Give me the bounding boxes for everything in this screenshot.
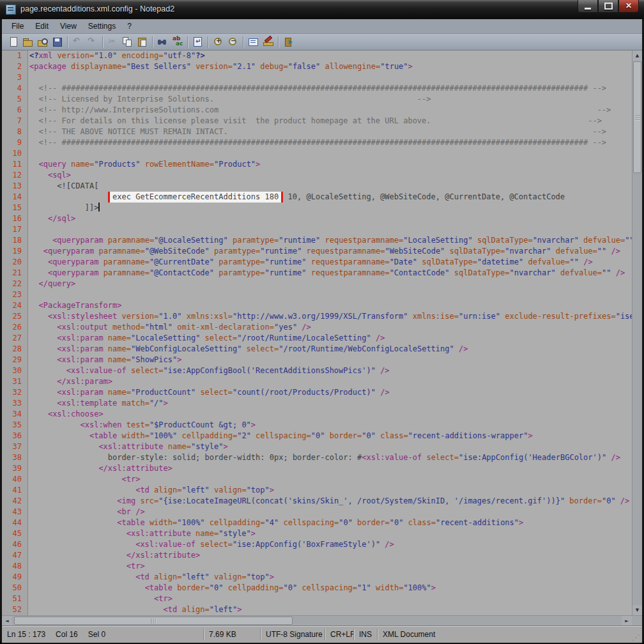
- line-number[interactable]: 50: [2, 583, 28, 594]
- line-number[interactable]: 29: [2, 355, 28, 365]
- line-number[interactable]: 39: [2, 463, 28, 474]
- line-number[interactable]: 10: [2, 148, 28, 159]
- resize-grip[interactable]: ⋰: [632, 633, 640, 641]
- horizontal-scroll-track[interactable]: [12, 616, 622, 625]
- syntax-token: [224, 583, 228, 592]
- code-line: 44 <table width="100%" cellpadding="4" c…: [2, 518, 632, 528]
- vertical-scroll-thumb[interactable]: [633, 61, 641, 173]
- line-number[interactable]: 23: [2, 289, 28, 300]
- replace-button[interactable]: [170, 35, 185, 49]
- line-number[interactable]: 40: [2, 474, 28, 485]
- menu-item-edit[interactable]: Edit: [29, 20, 54, 33]
- scroll-left-arrow[interactable]: ◄: [2, 616, 12, 625]
- line-number[interactable]: 21: [2, 268, 28, 279]
- line-number[interactable]: 28: [2, 344, 28, 355]
- text-editor[interactable]: 1<?xml version="1.0" encoding="utf-8"?>2…: [2, 50, 632, 615]
- paste-button[interactable]: [135, 35, 150, 49]
- line-number[interactable]: 3: [2, 72, 28, 83]
- line-number[interactable]: 15: [2, 203, 28, 213]
- line-number[interactable]: 45: [2, 528, 28, 539]
- line-number[interactable]: 20: [2, 257, 28, 268]
- line-number[interactable]: 35: [2, 420, 28, 431]
- word-wrap-button[interactable]: [190, 35, 205, 49]
- line-number[interactable]: 38: [2, 452, 28, 463]
- menu-item-[interactable]: ?: [121, 20, 137, 33]
- exit-button[interactable]: [281, 35, 296, 49]
- syntax-scheme-button[interactable]: [246, 35, 261, 49]
- line-number[interactable]: 52: [2, 604, 28, 615]
- line-number[interactable]: 31: [2, 376, 28, 387]
- line-number[interactable]: 17: [2, 224, 28, 235]
- line-number[interactable]: 25: [2, 311, 28, 322]
- line-number[interactable]: 26: [2, 322, 28, 333]
- line-number[interactable]: 42: [2, 496, 28, 507]
- code-text: <xsl:param name="ProductCount" select="c…: [28, 387, 632, 398]
- syntax-token: [371, 334, 376, 342]
- scroll-right-arrow[interactable]: ►: [622, 616, 632, 625]
- line-ending-cell: CR+LF: [325, 629, 354, 640]
- line-number[interactable]: 33: [2, 398, 28, 409]
- zoom-out-button[interactable]: [226, 35, 240, 49]
- line-number[interactable]: 11: [2, 159, 28, 170]
- zoom-in-button[interactable]: [211, 35, 226, 49]
- minimize-button[interactable]: [578, 0, 598, 13]
- line-number[interactable]: 1: [2, 50, 28, 61]
- line-number[interactable]: 2: [2, 61, 28, 72]
- redo-button[interactable]: [85, 35, 100, 49]
- line-number[interactable]: 12: [2, 170, 28, 181]
- save-button[interactable]: [50, 35, 65, 49]
- code-text: <img src="{ise:LocateImageURL(concat('sk…: [28, 496, 632, 507]
- customize-schemes-button[interactable]: [261, 35, 275, 49]
- title-bar[interactable]: page.recentadditions.xml.config - Notepa…: [0, 0, 644, 19]
- horizontal-scroll-thumb[interactable]: [14, 617, 293, 625]
- line-number[interactable]: 34: [2, 409, 28, 420]
- menu-item-view[interactable]: View: [54, 20, 82, 33]
- syntax-token: >: [256, 160, 260, 169]
- line-number[interactable]: 24: [2, 300, 28, 311]
- line-number[interactable]: 49: [2, 572, 28, 583]
- line-number[interactable]: 36: [2, 431, 28, 441]
- line-number[interactable]: 6: [2, 105, 28, 116]
- copy-button[interactable]: [120, 35, 135, 49]
- line-number[interactable]: 30: [2, 365, 28, 376]
- line-number[interactable]: 48: [2, 561, 28, 572]
- close-button[interactable]: ✕: [618, 0, 639, 13]
- line-number[interactable]: 22: [2, 279, 28, 289]
- cut-button[interactable]: [105, 35, 120, 49]
- line-number[interactable]: 27: [2, 333, 28, 344]
- line-number[interactable]: 14: [2, 192, 28, 203]
- menu-item-file[interactable]: File: [6, 20, 29, 33]
- line-number[interactable]: 13: [2, 181, 28, 192]
- syntax-token: =: [528, 236, 532, 245]
- line-number[interactable]: 8: [2, 126, 28, 137]
- line-number[interactable]: 7: [2, 116, 28, 126]
- syntax-token: [29, 399, 57, 408]
- line-number[interactable]: 51: [2, 594, 28, 604]
- line-number[interactable]: 47: [2, 550, 28, 561]
- line-number[interactable]: 19: [2, 246, 28, 257]
- vertical-scrollbar[interactable]: ▲ ▼: [632, 50, 642, 615]
- open-file-button[interactable]: [20, 35, 35, 49]
- line-number[interactable]: 4: [2, 83, 28, 94]
- line-number[interactable]: 5: [2, 94, 28, 105]
- new-file-button[interactable]: [6, 35, 20, 49]
- line-number[interactable]: 46: [2, 539, 28, 550]
- line-number[interactable]: 9: [2, 137, 28, 148]
- scroll-up-arrow[interactable]: ▲: [632, 50, 642, 61]
- line-number[interactable]: 41: [2, 485, 28, 496]
- maximize-button[interactable]: [598, 0, 618, 13]
- scroll-down-arrow[interactable]: ▼: [632, 605, 642, 615]
- line-number[interactable]: 43: [2, 507, 28, 518]
- line-number[interactable]: 37: [2, 441, 28, 452]
- line-number[interactable]: 32: [2, 387, 28, 398]
- browse-files-button[interactable]: [35, 35, 50, 49]
- syntax-token: [210, 247, 214, 256]
- undo-button[interactable]: [70, 35, 85, 49]
- line-number[interactable]: 44: [2, 518, 28, 528]
- line-number[interactable]: 18: [2, 235, 28, 246]
- horizontal-scrollbar[interactable]: ◄ ►: [2, 615, 642, 625]
- find-button[interactable]: [155, 35, 170, 49]
- vertical-scroll-track[interactable]: [632, 61, 642, 605]
- menu-item-settings[interactable]: Settings: [82, 20, 121, 33]
- line-number[interactable]: 16: [2, 213, 28, 224]
